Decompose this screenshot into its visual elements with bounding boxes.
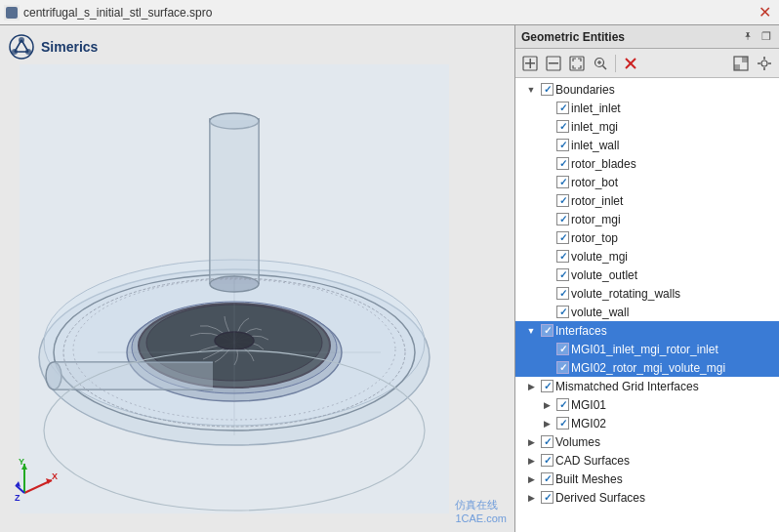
expand-volumes[interactable] — [523, 434, 539, 450]
title-bar: centrifugal_s_initial_stl_surface.spro ✕ — [0, 0, 779, 25]
checkbox-rotor-top[interactable] — [556, 231, 569, 244]
tree-item-interfaces[interactable]: Interfaces — [515, 321, 779, 340]
tree-item-rotor-blades[interactable]: rotor_blades — [515, 154, 779, 173]
pin-button[interactable]: 🖈 — [741, 30, 756, 43]
viewport-panel[interactable]: Simerics — [0, 25, 515, 532]
tree-item-rotor-top[interactable]: rotor_top — [515, 228, 779, 247]
label-rotor-inlet: rotor_inlet — [571, 194, 775, 208]
panel-toolbar — [515, 49, 779, 78]
label-derived-surfaces: Derived Surfaces — [555, 491, 775, 505]
checkbox-volute-wall[interactable] — [556, 306, 569, 318]
tree-item-mgi02-child[interactable]: MGI02 — [515, 414, 779, 432]
tree-item-derived-surfaces[interactable]: Derived Surfaces — [515, 488, 779, 507]
toolbar-separator — [615, 55, 616, 72]
panel-title: Geometric Entities — [521, 30, 625, 44]
label-rotor-blades: rotor_blades — [571, 157, 775, 171]
label-inlet-mgi: inlet_mgi — [571, 120, 775, 134]
checkbox-cad-surfaces[interactable] — [541, 454, 554, 467]
zoom-button[interactable] — [590, 53, 611, 74]
label-mgi02-child: MGI02 — [571, 417, 775, 430]
checkbox-inlet-inlet[interactable] — [556, 102, 569, 114]
fit-view-button[interactable] — [566, 53, 588, 74]
close-button[interactable]: ✕ — [755, 3, 775, 21]
label-mgi01: MGI01_inlet_mgi_rotor_inlet — [571, 343, 775, 356]
expand-all-button[interactable] — [519, 53, 541, 74]
svg-rect-19 — [210, 120, 259, 284]
tree-item-mgi01[interactable]: MGI01_inlet_mgi_rotor_inlet — [515, 340, 779, 358]
delete-icon — [623, 56, 638, 71]
checkbox-boundaries[interactable] — [541, 83, 554, 96]
svg-text:Z: Z — [15, 493, 20, 503]
tree-item-rotor-inlet[interactable]: rotor_inlet — [515, 191, 779, 210]
geometric-entities-tree[interactable]: Boundaries inlet_inlet inlet_mgi inlet_w… — [515, 78, 779, 532]
checkbox-volute-outlet[interactable] — [556, 268, 569, 281]
expand-mismatched[interactable] — [523, 379, 539, 394]
svg-rect-50 — [742, 57, 748, 62]
checkbox-inlet-wall[interactable] — [556, 139, 569, 151]
tree-item-cad-surfaces[interactable]: CAD Surfaces — [515, 451, 779, 470]
settings-icon — [757, 56, 772, 71]
checkbox-mismatched[interactable] — [541, 380, 554, 392]
float-button[interactable]: ❐ — [759, 30, 773, 43]
tree-item-mgi01-child[interactable]: MGI01 — [515, 395, 779, 414]
tree-item-mgi02[interactable]: MGI02_rotor_mgi_volute_mgi — [515, 358, 779, 377]
tree-item-boundaries[interactable]: Boundaries — [515, 80, 779, 99]
tree-item-built-meshes[interactable]: Built Meshes — [515, 470, 779, 488]
label-volute-mgi: volute_mgi — [571, 250, 775, 264]
checkbox-mgi01[interactable] — [556, 343, 569, 355]
tree-item-rotor-mgi[interactable]: rotor_mgi — [515, 210, 779, 228]
tree-item-rotor-bot[interactable]: rotor_bot — [515, 173, 779, 191]
checkbox-mgi02-child[interactable] — [556, 417, 569, 430]
tree-item-volute-mgi[interactable]: volute_mgi — [515, 247, 779, 266]
label-mismatched: Mismatched Grid Interfaces — [555, 380, 775, 393]
delete-button[interactable] — [620, 53, 641, 74]
checkbox-rotor-inlet[interactable] — [556, 194, 569, 207]
visibility-icon — [733, 56, 749, 71]
expand-mgi02-child[interactable] — [539, 416, 554, 431]
visibility-toggle-button[interactable] — [730, 53, 752, 74]
fit-view-icon — [569, 56, 585, 71]
checkbox-mgi01-child[interactable] — [556, 398, 569, 411]
label-volute-wall: volute_wall — [571, 306, 775, 319]
expand-cad-surfaces[interactable] — [523, 453, 539, 469]
checkbox-volute-mgi[interactable] — [556, 250, 569, 263]
svg-line-6 — [15, 40, 21, 52]
checkbox-rotor-bot[interactable] — [556, 176, 569, 188]
label-rotor-mgi: rotor_mgi — [571, 213, 775, 226]
tree-item-volute-rotating-walls[interactable]: volute_rotating_walls — [515, 284, 779, 303]
expand-interfaces[interactable] — [523, 323, 539, 339]
expand-boundaries[interactable] — [523, 82, 539, 98]
expand-built-meshes[interactable] — [523, 471, 539, 487]
checkbox-derived-surfaces[interactable] — [541, 491, 554, 504]
expand-mgi01-child[interactable] — [539, 397, 554, 413]
panel-title-bar: Geometric Entities 🖈 ❐ — [515, 25, 779, 49]
label-built-meshes: Built Meshes — [555, 472, 775, 486]
svg-rect-1 — [6, 7, 18, 19]
checkbox-rotor-blades[interactable] — [556, 157, 569, 170]
checkbox-volute-rotating-walls[interactable] — [556, 287, 569, 300]
tree-item-inlet-wall[interactable]: inlet_wall — [515, 136, 779, 154]
checkbox-interfaces[interactable] — [541, 324, 554, 337]
tree-item-inlet-mgi[interactable]: inlet_mgi — [515, 117, 779, 136]
label-interfaces: Interfaces — [555, 324, 775, 338]
tree-item-inlet-inlet[interactable]: inlet_inlet — [515, 99, 779, 117]
title-bar-filename: centrifugal_s_initial_stl_surface.spro — [23, 6, 755, 20]
checkbox-inlet-mgi[interactable] — [556, 120, 569, 133]
checkbox-built-meshes[interactable] — [541, 472, 554, 485]
label-cad-surfaces: CAD Surfaces — [555, 454, 775, 468]
expand-all-icon — [522, 56, 538, 71]
expand-derived-surfaces[interactable] — [523, 490, 539, 506]
collapse-all-button[interactable] — [543, 53, 564, 74]
label-volute-rotating-walls: volute_rotating_walls — [571, 287, 775, 301]
tree-item-mismatched[interactable]: Mismatched Grid Interfaces — [515, 377, 779, 395]
checkbox-mgi02-item[interactable] — [556, 361, 569, 374]
tree-item-volute-wall[interactable]: volute_wall — [515, 303, 779, 321]
svg-rect-51 — [734, 64, 740, 70]
checkbox-volumes[interactable] — [541, 435, 554, 448]
app-icon — [4, 5, 20, 20]
svg-rect-41 — [549, 62, 558, 64]
tree-item-volute-outlet[interactable]: volute_outlet — [515, 266, 779, 284]
settings-button[interactable] — [754, 53, 775, 74]
checkbox-rotor-mgi[interactable] — [556, 213, 569, 225]
tree-item-volumes[interactable]: Volumes — [515, 432, 779, 451]
